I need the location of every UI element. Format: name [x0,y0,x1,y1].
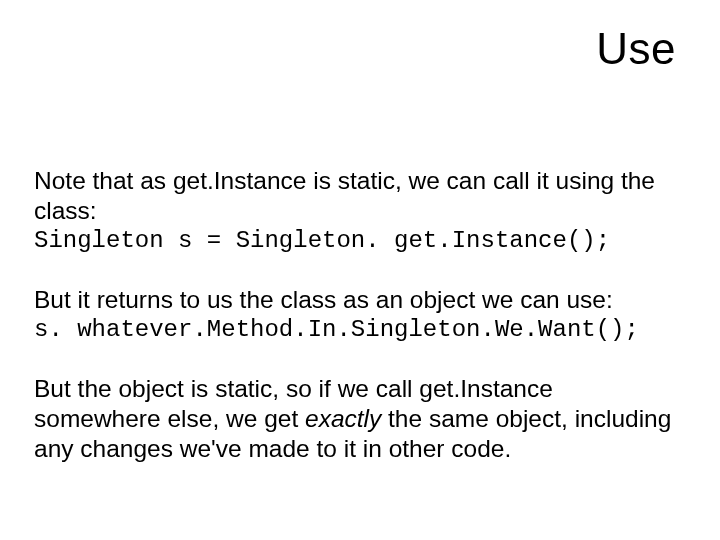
slide-body: Note that as get.Instance is static, we … [34,166,686,464]
spacer [34,344,686,374]
paragraph-2: But it returns to us the class as an obj… [34,285,686,315]
paragraph-3: But the object is static, so if we call … [34,374,686,464]
code-line-2: s. whatever.Method.In.Singleton.We.Want(… [34,315,686,344]
paragraph-3-run-2-italic: exactly [305,405,388,432]
code-line-1: Singleton s = Singleton. get.Instance(); [34,226,686,255]
slide: Use Note that as get.Instance is static,… [0,0,720,540]
paragraph-1: Note that as get.Instance is static, we … [34,166,686,226]
spacer [34,255,686,285]
slide-title: Use [596,24,676,74]
